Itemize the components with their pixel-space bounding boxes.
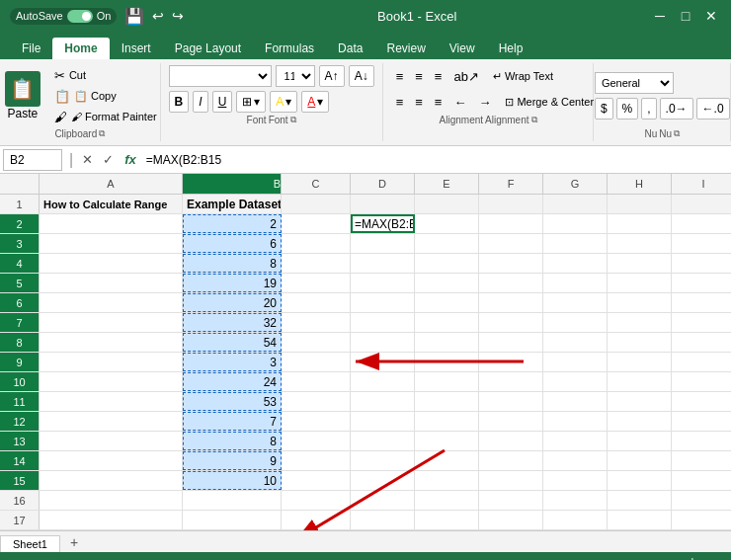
cell-f6[interactable] [479, 293, 543, 312]
cell-e5[interactable] [415, 274, 479, 292]
cell-h1[interactable] [608, 195, 672, 213]
cell-e17[interactable] [415, 511, 479, 529]
col-header-i[interactable]: I [672, 174, 731, 194]
align-bottom-center-button[interactable]: ≡ [410, 91, 428, 113]
cell-g15[interactable] [543, 471, 608, 490]
cell-g17[interactable] [543, 511, 608, 529]
cell-b10[interactable]: 24 [183, 372, 282, 391]
cell-e4[interactable] [415, 254, 479, 273]
tab-file[interactable]: File [10, 38, 52, 59]
cell-f1[interactable] [479, 195, 543, 213]
cell-c12[interactable] [282, 412, 351, 431]
cell-e10[interactable] [415, 372, 479, 391]
cell-h7[interactable] [608, 313, 672, 332]
cell-a12[interactable] [40, 412, 183, 431]
undo-icon[interactable]: ↩ [152, 8, 164, 24]
orientation-button[interactable]: ab↗ [448, 65, 483, 87]
cell-i14[interactable] [672, 451, 731, 470]
cell-e12[interactable] [415, 412, 479, 431]
align-top-center-button[interactable]: ≡ [410, 65, 428, 87]
cell-f17[interactable] [479, 511, 543, 529]
cell-i15[interactable] [672, 471, 731, 490]
fill-color-button[interactable]: A▾ [270, 91, 297, 113]
alignment-expand-icon[interactable]: ⧉ [531, 115, 537, 125]
cell-f2[interactable] [479, 214, 543, 233]
align-top-left-button[interactable]: ≡ [391, 65, 409, 87]
cell-b4[interactable]: 8 [183, 254, 282, 273]
cell-g1[interactable] [543, 195, 608, 213]
cell-a17[interactable] [40, 511, 183, 529]
cell-d4[interactable] [351, 254, 415, 273]
cell-g4[interactable] [543, 254, 608, 273]
cell-e9[interactable] [415, 353, 479, 371]
cell-i12[interactable] [672, 412, 731, 431]
cell-b3[interactable]: 6 [183, 234, 282, 253]
cell-g12[interactable] [543, 412, 608, 431]
cell-f13[interactable] [479, 432, 543, 450]
cell-g8[interactable] [543, 333, 608, 352]
cell-e16[interactable] [415, 491, 479, 510]
col-header-d[interactable]: D [351, 174, 415, 194]
cell-e11[interactable] [415, 392, 479, 411]
col-header-h[interactable]: H [608, 174, 672, 194]
decrease-font-button[interactable]: A↓ [349, 65, 374, 87]
cell-i5[interactable] [672, 274, 731, 292]
number-expand-icon[interactable]: ⧉ [674, 128, 680, 139]
cell-b17[interactable] [183, 511, 282, 529]
cell-f3[interactable] [479, 234, 543, 253]
underline-button[interactable]: U [212, 91, 233, 113]
font-expand-icon[interactable]: ⧉ [290, 115, 296, 125]
tab-home[interactable]: Home [52, 38, 109, 59]
cell-h14[interactable] [608, 451, 672, 470]
cell-d9[interactable] [351, 353, 415, 371]
cell-g10[interactable] [543, 372, 608, 391]
cell-b8[interactable]: 54 [183, 333, 282, 352]
cell-e6[interactable] [415, 293, 479, 312]
cell-g5[interactable] [543, 274, 608, 292]
cell-h6[interactable] [608, 293, 672, 312]
cell-h13[interactable] [608, 432, 672, 450]
cell-g6[interactable] [543, 293, 608, 312]
cell-d13[interactable] [351, 432, 415, 450]
cell-b2[interactable]: 2 [183, 214, 282, 233]
cell-b16[interactable] [183, 491, 282, 510]
confirm-formula-button[interactable]: ✓ [98, 150, 119, 169]
cell-a14[interactable] [40, 451, 183, 470]
cell-d6[interactable] [351, 293, 415, 312]
col-header-a[interactable]: A [40, 174, 183, 194]
minimize-button[interactable]: ─ [650, 8, 670, 24]
cell-f14[interactable] [479, 451, 543, 470]
redo-icon[interactable]: ↪ [172, 8, 184, 24]
cell-c4[interactable] [282, 254, 351, 273]
cell-i17[interactable] [672, 511, 731, 529]
cell-c9[interactable] [282, 353, 351, 371]
cell-h16[interactable] [608, 491, 672, 510]
cell-c16[interactable] [282, 491, 351, 510]
align-bottom-left-button[interactable]: ≡ [391, 91, 409, 113]
bold-button[interactable]: B [169, 91, 190, 113]
cell-c17[interactable] [282, 511, 351, 529]
cell-f10[interactable] [479, 372, 543, 391]
cell-c13[interactable] [282, 432, 351, 450]
cell-b7[interactable]: 32 [183, 313, 282, 332]
cell-e2[interactable] [415, 214, 479, 233]
col-header-e[interactable]: E [415, 174, 479, 194]
wrap-text-button[interactable]: ↵ Wrap Text [486, 65, 560, 87]
sheet-tab-1[interactable]: Sheet1 [0, 535, 60, 552]
cell-d7[interactable] [351, 313, 415, 332]
cell-b6[interactable]: 20 [183, 293, 282, 312]
cell-i10[interactable] [672, 372, 731, 391]
formula-input[interactable] [142, 151, 731, 169]
cell-e14[interactable] [415, 451, 479, 470]
cell-e15[interactable] [415, 471, 479, 490]
cell-a5[interactable] [40, 274, 183, 292]
cell-f4[interactable] [479, 254, 543, 273]
cell-c5[interactable] [282, 274, 351, 292]
cell-d2[interactable]: =MAX(B2:B15 MAX(number1, [number2], ...) [351, 214, 415, 233]
cell-h15[interactable] [608, 471, 672, 490]
cell-i11[interactable] [672, 392, 731, 411]
cell-g13[interactable] [543, 432, 608, 450]
percent-format-button[interactable]: % [616, 98, 639, 120]
cell-i16[interactable] [672, 491, 731, 510]
cell-f9[interactable] [479, 353, 543, 371]
